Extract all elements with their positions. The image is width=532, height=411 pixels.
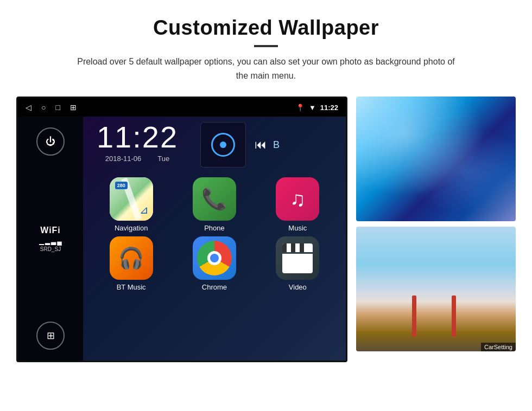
music-label: Music xyxy=(288,224,307,232)
carsetting-label: CarSetting xyxy=(481,343,516,351)
bt-glyph: 🎧 xyxy=(118,246,144,270)
clock-date-value: 2018-11-06 xyxy=(105,155,142,163)
prev-track-icon[interactable]: ⏮ xyxy=(255,138,267,152)
bridge-tower-right xyxy=(452,296,456,337)
status-bar-right: 📍 ▼ 11:22 xyxy=(296,104,338,112)
page-description: Preload over 5 default wallpaper options… xyxy=(76,55,456,82)
wallpaper-thumbnails: CarSetting xyxy=(356,97,516,351)
phone-glyph: 📞 xyxy=(201,187,227,211)
music-widget xyxy=(200,122,246,168)
chrome-label: Chrome xyxy=(202,283,227,291)
wifi-label: WiFi xyxy=(39,226,62,235)
screenshot-icon: ⊞ xyxy=(70,103,77,112)
clock-section: 11:22 2018-11-06 Tue xyxy=(83,122,192,163)
wifi-info: WiFi ▁▂▃▄ SRD_SJ xyxy=(39,226,62,252)
app-navigation[interactable]: 280 ⊿ Navigation xyxy=(92,177,170,232)
wifi-ssid: SRD_SJ xyxy=(39,246,62,252)
wallpaper-golden-gate[interactable]: CarSetting xyxy=(356,227,516,351)
main-area: ◁ ○ □ ⊞ 📍 ▼ 11:22 ⏻ WiFi ▁▂▃▄ xyxy=(0,91,532,368)
clap-body xyxy=(282,254,313,273)
wifi-bars: ▁▂▃▄ xyxy=(39,237,62,245)
clock-time: 11:22 xyxy=(83,122,192,152)
wallpaper-ice-cave[interactable] xyxy=(356,97,516,221)
bridge-tower-left xyxy=(412,296,416,337)
ice-detail xyxy=(356,97,516,221)
page-header: Customized Wallpaper Preload over 5 defa… xyxy=(0,0,532,91)
screen-content: ⏻ WiFi ▁▂▃▄ SRD_SJ ⊞ 11:22 xyxy=(18,117,346,361)
nav-badge: 280 xyxy=(115,182,128,189)
clock-date: 2018-11-06 Tue xyxy=(83,155,192,163)
app-video[interactable]: Video xyxy=(258,236,337,291)
video-icon xyxy=(276,236,319,280)
bridge-detail xyxy=(356,277,516,351)
navigation-label: Navigation xyxy=(115,224,148,232)
screen-top: 11:22 2018-11-06 Tue xyxy=(83,117,346,173)
chrome-circle xyxy=(197,241,232,275)
title-divider xyxy=(254,45,278,47)
media-controls: ⏮ B xyxy=(255,138,280,152)
recents-icon: □ xyxy=(55,103,60,112)
app-phone[interactable]: 📞 Phone xyxy=(175,177,254,232)
apps-grid-button[interactable]: ⊞ xyxy=(36,322,65,350)
status-bar: ◁ ○ □ ⊞ 📍 ▼ 11:22 xyxy=(18,98,346,117)
video-label: Video xyxy=(289,283,307,291)
music-disc xyxy=(211,133,235,157)
status-time: 11:22 xyxy=(320,104,338,112)
bluetooth-icon: B xyxy=(273,139,280,151)
chrome-icon xyxy=(193,236,236,280)
app-bt-music[interactable]: 🎧 BT Music xyxy=(92,236,170,291)
app-music[interactable]: ♫ Music xyxy=(258,177,337,232)
center-main: 11:22 2018-11-06 Tue xyxy=(83,117,346,361)
back-icon: ◁ xyxy=(26,103,31,112)
bt-music-icon: 🎧 xyxy=(110,236,153,280)
home-icon: ○ xyxy=(41,103,46,112)
music-disc-inner xyxy=(220,142,226,148)
clap-top xyxy=(282,243,313,252)
navigation-icon: 280 ⊿ xyxy=(110,177,153,221)
chrome-inner-circle xyxy=(207,251,221,265)
nav-arrow-icon: ⊿ xyxy=(140,203,149,216)
music-glyph: ♫ xyxy=(290,188,306,211)
status-bar-nav: ◁ ○ □ ⊞ xyxy=(26,103,77,112)
music-icon: ♫ xyxy=(276,177,319,221)
app-chrome[interactable]: Chrome xyxy=(175,236,254,291)
phone-icon: 📞 xyxy=(193,177,236,221)
phone-label: Phone xyxy=(204,224,225,232)
clock-day-value: Tue xyxy=(157,155,169,163)
location-icon: 📍 xyxy=(296,104,305,112)
device-screen: ◁ ○ □ ⊞ 📍 ▼ 11:22 ⏻ WiFi ▁▂▃▄ xyxy=(16,97,347,362)
signal-icon: ▼ xyxy=(309,104,316,112)
power-button[interactable]: ⏻ xyxy=(36,127,65,156)
bt-music-label: BT Music xyxy=(117,283,146,291)
page-title: Customized Wallpaper xyxy=(33,16,499,40)
apps-grid: 280 ⊿ Navigation 📞 Phone xyxy=(83,173,346,291)
clapboard-icon xyxy=(282,243,313,273)
left-sidebar: ⏻ WiFi ▁▂▃▄ SRD_SJ ⊞ xyxy=(18,117,83,361)
icons-section: ⏮ B xyxy=(192,122,346,168)
